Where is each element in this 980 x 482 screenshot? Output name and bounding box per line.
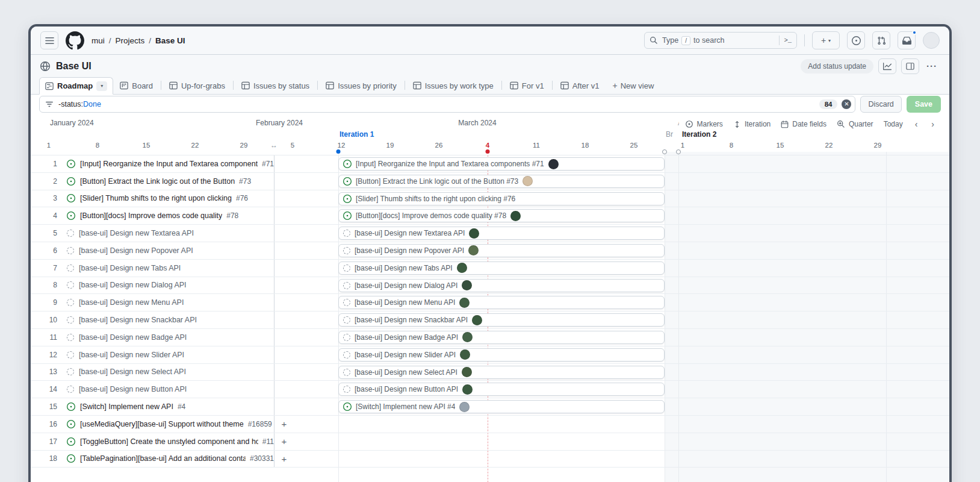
discard-button[interactable]: Discard bbox=[860, 96, 901, 113]
clear-filter-button[interactable]: ✕ bbox=[842, 99, 851, 109]
issue-title[interactable]: [base-ui] Design new Textarea API bbox=[79, 229, 194, 237]
gantt-bar[interactable]: [Input] Reorganize the Input and Textare… bbox=[338, 157, 665, 171]
gantt-bar[interactable]: [Button] Extract the Link logic out of t… bbox=[338, 175, 665, 188]
roadmap-row[interactable]: 2[Button] Extract the Link logic out of … bbox=[31, 173, 949, 190]
issue-title[interactable]: [base-ui] Design new Tabs API bbox=[79, 264, 181, 272]
tab-options-caret[interactable]: ▾ bbox=[96, 81, 107, 91]
gantt-bar[interactable]: [base-ui] Design new Dialog API bbox=[338, 279, 665, 292]
user-avatar[interactable] bbox=[923, 32, 940, 49]
project-options-button[interactable]: ··· bbox=[924, 61, 940, 71]
tab-after-v1[interactable]: After v1 bbox=[554, 77, 606, 94]
issue-open-icon bbox=[67, 177, 75, 186]
roadmap-row[interactable]: 1[Input] Reorganize the Input and Textar… bbox=[31, 155, 949, 173]
draft-issue-icon bbox=[67, 230, 74, 237]
gantt-bar[interactable]: [base-ui] Design new Button API bbox=[338, 383, 665, 396]
gantt-bar[interactable]: [base-ui] Design new Snackbar API bbox=[338, 313, 665, 327]
gantt-bar[interactable]: [base-ui] Design new Badge API bbox=[338, 331, 665, 344]
issue-title[interactable]: [Slider] Thumb shifts to the right upon … bbox=[80, 194, 232, 202]
tab-board[interactable]: Board bbox=[113, 77, 160, 94]
roadmap-row[interactable]: 12[base-ui] Design new Slider API[base-u… bbox=[31, 346, 949, 364]
roadmap-row[interactable]: 4[Button][docs] Improve demos code quali… bbox=[31, 207, 949, 225]
roadmap-row[interactable]: 5[base-ui] Design new Textarea API[base-… bbox=[31, 225, 949, 242]
scroll-right-button[interactable]: › bbox=[929, 119, 936, 129]
issue-title[interactable]: [useMediaQuery][base-ui] Support without… bbox=[80, 420, 244, 428]
markers-button[interactable]: Markers bbox=[685, 120, 723, 128]
iteration-boundary-marker bbox=[676, 149, 681, 154]
issue-title[interactable]: [Input] Reorganize the Input and Textare… bbox=[80, 160, 258, 168]
roadmap-row[interactable]: 11[base-ui] Design new Badge API[base-ui… bbox=[31, 329, 949, 346]
breadcrumb-owner[interactable]: mui bbox=[91, 36, 105, 45]
assignee-avatar bbox=[462, 280, 472, 290]
tab-up-for-grabs[interactable]: Up-for-grabs bbox=[163, 77, 232, 94]
gantt-bar[interactable]: [Button][docs] Improve demos code qualit… bbox=[338, 209, 665, 222]
roadmap-row[interactable]: 6[base-ui] Design new Popover API[base-u… bbox=[31, 242, 949, 260]
issue-title[interactable]: [Button][docs] Improve demos code qualit… bbox=[80, 211, 222, 220]
issue-title[interactable]: [base-ui] Design new Slider API bbox=[79, 351, 184, 359]
assignee-avatar bbox=[459, 298, 470, 308]
roadmap-row[interactable]: 13[base-ui] Design new Select API[base-u… bbox=[31, 364, 949, 381]
tab-issues-by-status[interactable]: Issues by status bbox=[235, 77, 316, 94]
issues-button[interactable] bbox=[847, 31, 865, 49]
tab-issues-by-priority[interactable]: Issues by priority bbox=[319, 77, 403, 94]
issue-title[interactable]: [TablePagination][base-ui] Add an additi… bbox=[80, 454, 246, 463]
breadcrumb-projects[interactable]: Projects bbox=[116, 36, 145, 45]
gantt-bar[interactable]: [base-ui] Design new Popover API bbox=[338, 244, 665, 257]
date-tick: 22 bbox=[825, 142, 833, 149]
gantt-bar[interactable]: [base-ui] Design new Textarea API bbox=[338, 227, 665, 240]
search-divider bbox=[779, 36, 780, 45]
tab-roadmap[interactable]: Roadmap ▾ bbox=[39, 77, 113, 95]
save-button[interactable]: Save bbox=[907, 96, 941, 113]
side-panel-button[interactable] bbox=[901, 58, 919, 74]
command-palette-icon[interactable]: >_ bbox=[784, 37, 792, 44]
gantt-bar[interactable]: [base-ui] Design new Tabs API bbox=[338, 261, 665, 275]
issue-title[interactable]: [base-ui] Design new Popover API bbox=[79, 246, 193, 255]
date-fields-button[interactable]: Date fields bbox=[781, 120, 826, 128]
issue-title[interactable]: [Switch] Implement new API bbox=[80, 402, 173, 411]
gantt-bar[interactable]: [base-ui] Design new Slider API bbox=[338, 348, 665, 362]
roadmap-row[interactable]: 7[base-ui] Design new Tabs API[base-ui] … bbox=[31, 260, 949, 277]
roadmap-row[interactable]: 8[base-ui] Design new Dialog API[base-ui… bbox=[31, 277, 949, 295]
issue-title[interactable]: [base-ui] Design new Snackbar API bbox=[79, 316, 197, 324]
date-tick: 26 bbox=[435, 142, 443, 149]
gantt-bar[interactable]: [Switch] Implement new API #4 bbox=[338, 400, 665, 413]
gantt-bar[interactable]: [Slider] Thumb shifts to the right upon … bbox=[338, 192, 665, 205]
gantt-bar[interactable]: [base-ui] Design new Select API bbox=[338, 366, 665, 379]
issue-title[interactable]: [base-ui] Design new Menu API bbox=[79, 298, 184, 307]
insights-button[interactable] bbox=[878, 58, 896, 74]
roadmap-row[interactable]: 18[TablePagination][base-ui] Add an addi… bbox=[31, 451, 949, 468]
new-view-button[interactable]: + New view bbox=[606, 77, 660, 94]
filter-input[interactable]: -status: Done 84 ✕ bbox=[39, 96, 855, 113]
github-logo-icon[interactable] bbox=[66, 31, 84, 50]
today-button[interactable]: Today bbox=[884, 120, 903, 128]
roadmap-row[interactable]: 3[Slider] Thumb shifts to the right upon… bbox=[31, 190, 949, 208]
issue-title[interactable]: [Button] Extract the Link logic out of t… bbox=[80, 177, 235, 186]
pull-requests-button[interactable] bbox=[872, 31, 890, 49]
roadmap-row[interactable]: 15[Switch] Implement new API#4[Switch] I… bbox=[31, 398, 949, 416]
add-status-update-button[interactable]: Add status update bbox=[801, 59, 873, 74]
zoom-level-button[interactable]: Quarter bbox=[837, 120, 873, 128]
breadcrumb-project-name[interactable]: Base UI bbox=[155, 36, 185, 45]
roadmap-row[interactable]: 14[base-ui] Design new Button API[base-u… bbox=[31, 381, 949, 398]
pane-resize-handle[interactable]: ↔ bbox=[270, 141, 278, 149]
global-search-input[interactable]: Type / to search >_ bbox=[644, 32, 797, 49]
issue-title[interactable]: [base-ui] Design new Select API bbox=[79, 368, 186, 376]
roadmap-row[interactable]: 10[base-ui] Design new Snackbar API[base… bbox=[31, 311, 949, 329]
iteration-button[interactable]: Iteration bbox=[733, 120, 771, 128]
add-date-button[interactable]: + bbox=[279, 419, 290, 430]
issue-title[interactable]: [base-ui] Design new Dialog API bbox=[79, 281, 187, 289]
gantt-bar[interactable]: [base-ui] Design new Menu API bbox=[338, 296, 665, 309]
issue-title[interactable]: [ToggleButton] Create the unstyled compo… bbox=[80, 437, 258, 446]
issue-title[interactable]: [base-ui] Design new Button API bbox=[79, 385, 187, 393]
roadmap-row[interactable]: 17[ToggleButton] Create the unstyled com… bbox=[31, 433, 949, 451]
roadmap-row[interactable]: 9[base-ui] Design new Menu API[base-ui] … bbox=[31, 294, 949, 311]
roadmap-row[interactable]: 16[useMediaQuery][base-ui] Support witho… bbox=[31, 416, 949, 433]
scroll-left-button[interactable]: ‹ bbox=[913, 119, 920, 129]
tab-issues-by-work-type[interactable]: Issues by work type bbox=[406, 77, 500, 94]
inbox-button[interactable] bbox=[898, 31, 916, 49]
create-new-button[interactable]: + ▾ bbox=[812, 31, 840, 49]
add-date-button[interactable]: + bbox=[279, 454, 290, 465]
hamburger-menu-button[interactable] bbox=[40, 31, 58, 49]
add-date-button[interactable]: + bbox=[279, 436, 290, 447]
tab-for-v1[interactable]: For v1 bbox=[503, 77, 551, 94]
issue-title[interactable]: [base-ui] Design new Badge API bbox=[79, 333, 187, 342]
